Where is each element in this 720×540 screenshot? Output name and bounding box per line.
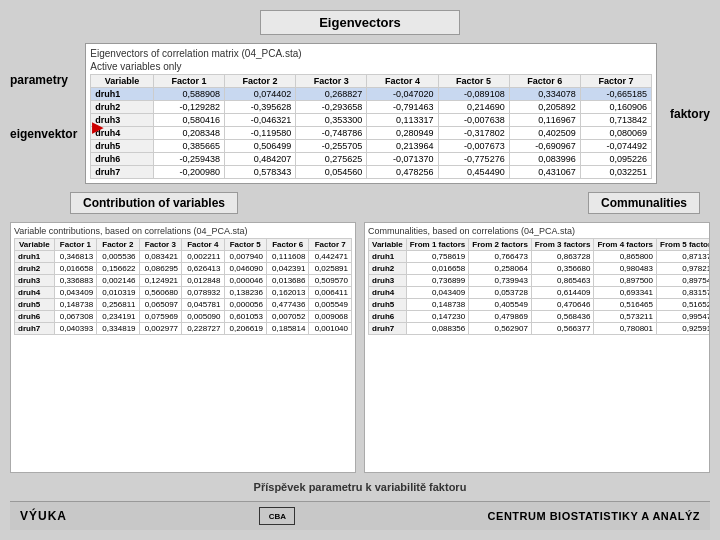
comm-cell: 0,566377 [531,323,594,335]
comm-cell: 0,148738 [406,299,469,311]
comm-cell: 0,356680 [531,263,594,275]
contrib-cell: 0,083421 [139,251,181,263]
contrib-cell: 0,016658 [54,263,96,275]
comm-cell: 0,258064 [469,263,532,275]
ev-cell: 0,385665 [153,140,224,153]
ev-cell: -0,119580 [225,127,296,140]
ev-col-header: Factor 6 [509,75,580,88]
comm-cell: 0,995470 [657,311,711,323]
contrib-cell: 0,124921 [139,275,181,287]
eigenvektor-label: eigenvektor [10,127,77,141]
ev-cell: -0,007673 [438,140,509,153]
comm-table-row: druh40,0434090,0537280,6144090,6933410,8… [369,287,711,299]
contrib-cell: 0,256811 [97,299,139,311]
comm-cell: 0,516465 [594,299,657,311]
comm-cell: druh5 [369,299,407,311]
ev-table-row: druh10,5889080,0744020,268827-0,047020-0… [91,88,652,101]
contrib-cell: 0,013686 [266,275,308,287]
contrib-cell: 0,040393 [54,323,96,335]
eigenvectors-table-container: Eigenvectors of correlation matrix (04_P… [85,43,657,184]
comm-cell: 0,897500 [594,275,657,287]
contribution-table-container: Variable contributions, based on correla… [10,222,356,473]
ev-cell: 0,054560 [296,166,367,179]
contrib-cell: druh4 [15,287,55,299]
contrib-body: druh10,3468130,0055360,0834210,0022110,0… [15,251,352,335]
contrib-cell: 0,228727 [182,323,224,335]
comm-col-header: Variable [369,239,407,251]
ev-cell: -0,129282 [153,101,224,114]
contrib-table-row: druh30,3368830,0021460,1249210,0128480,0… [15,275,352,287]
comm-cell: druh4 [369,287,407,299]
contrib-cell: 0,067308 [54,311,96,323]
ev-cell: -0,690967 [509,140,580,153]
contrib-cell: 0,000056 [224,299,266,311]
contrib-cell: druh7 [15,323,55,335]
contrib-cell: druh3 [15,275,55,287]
contrib-cell: 0,005549 [309,299,352,311]
ev-cell: -0,255705 [296,140,367,153]
contrib-cell: 0,086295 [139,263,181,275]
ev-cell: -0,046321 [225,114,296,127]
ev-cell: 0,083996 [509,153,580,166]
cba-logo: CBA [257,506,297,526]
ev-cell: -0,293658 [296,101,367,114]
ev-cell: -0,089108 [438,88,509,101]
ev-cell: 0,478256 [367,166,438,179]
comm-cell: 0,865463 [531,275,594,287]
footer: VÝUKA CBA CENTRUM BIOSTATISTIKY A ANALÝZ [10,501,710,530]
comm-cell: 0,758619 [406,251,469,263]
ev-cell: druh2 [91,101,154,114]
eigenvectors-table: VariableFactor 1Factor 2Factor 3Factor 4… [90,74,652,179]
comm-table-row: druh60,1472300,4798690,5684360,5732110,9… [369,311,711,323]
contrib-cell: 0,075969 [139,311,181,323]
ev-cell: -0,007638 [438,114,509,127]
contrib-cell: 0,336883 [54,275,96,287]
ev-col-header: Factor 1 [153,75,224,88]
section-label-left: Contribution of variables [10,192,360,214]
top-section: parametry eigenvektor Eigenvectors of co… [10,43,710,184]
comm-cell: 0,516521 [657,299,711,311]
contrib-cell: 0,162013 [266,287,308,299]
contrib-table-row: druh50,1487380,2568110,0650970,0457810,0… [15,299,352,311]
contrib-cell: 0,560680 [139,287,181,299]
contrib-cell: 0,065097 [139,299,181,311]
comm-cell: 0,897541 [657,275,711,287]
comm-cell: 0,405549 [469,299,532,311]
contrib-cell: 0,477436 [266,299,308,311]
ev-col-header: Factor 4 [367,75,438,88]
ev-cell: -0,665185 [580,88,651,101]
ev-cell: 0,074402 [225,88,296,101]
contrib-cell: druh2 [15,263,55,275]
contrib-table-title: Variable contributions, based on correla… [14,226,352,236]
ev-cell: druh5 [91,140,154,153]
contrib-cell: 0,009068 [309,311,352,323]
comm-cell: 0,865800 [594,251,657,263]
comm-cell: 0,562907 [469,323,532,335]
ev-cell: 0,431067 [509,166,580,179]
comm-table-row: druh20,0166580,2580640,3566800,9804830,9… [369,263,711,275]
contrib-cell: 0,042391 [266,263,308,275]
ev-cell: 0,208348 [153,127,224,140]
contrib-cell: 0,007940 [224,251,266,263]
ev-cell: 0,580416 [153,114,224,127]
page-title: Eigenvectors [260,10,460,35]
ev-table-row: druh40,208348-0,119580-0,7487860,280949-… [91,127,652,140]
ev-cell: -0,047020 [367,88,438,101]
contrib-cell: 0,148738 [54,299,96,311]
contrib-cell: 0,002977 [139,323,181,335]
contrib-cell: 0,346813 [54,251,96,263]
bottom-text: Příspěvek parametru k variabilitě faktor… [10,481,710,493]
contrib-cell: 0,046090 [224,263,266,275]
section-label-right: Communalities [360,192,710,214]
ev-cell: -0,074492 [580,140,651,153]
ev-cell: druh6 [91,153,154,166]
comm-cell: 0,871379 [657,251,711,263]
contrib-cell: 0,002211 [182,251,224,263]
ev-cell: druh1 [91,88,154,101]
communalities-table-container: Communalities, based on correlations (04… [364,222,710,473]
contrib-cell: 0,185814 [266,323,308,335]
comm-cell: 0,053728 [469,287,532,299]
contrib-cell: 0,010319 [97,287,139,299]
comm-cell: 0,568436 [531,311,594,323]
comm-cell: 0,831577 [657,287,711,299]
